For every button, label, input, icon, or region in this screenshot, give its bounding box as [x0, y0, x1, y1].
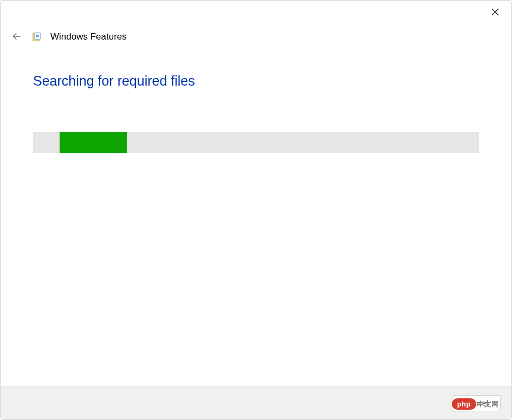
windows-features-dialog: Windows Features Searching for required … [0, 0, 512, 420]
dialog-content: Searching for required files [1, 43, 511, 386]
dialog-title: Windows Features [50, 31, 127, 42]
back-arrow-icon [11, 31, 22, 43]
programs-features-icon [31, 31, 43, 43]
cancel-button[interactable]: Cancel [452, 395, 501, 411]
status-heading: Searching for required files [33, 73, 479, 89]
dialog-footer: Cancel [1, 386, 511, 419]
svg-rect-6 [37, 35, 38, 36]
progress-indicator [60, 132, 126, 153]
back-button[interactable] [10, 30, 23, 43]
close-icon [490, 7, 500, 18]
close-button[interactable] [489, 6, 502, 19]
dialog-header: Windows Features [1, 1, 511, 43]
progress-track [33, 132, 479, 153]
